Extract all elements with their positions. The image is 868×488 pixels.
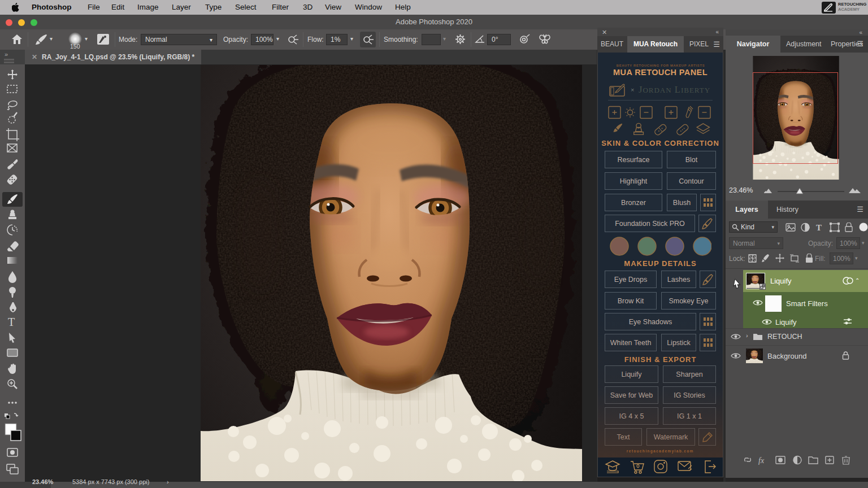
svg-text:fx: fx bbox=[758, 456, 765, 465]
svg-text:T: T bbox=[8, 316, 15, 328]
svg-text:T: T bbox=[816, 223, 822, 232]
